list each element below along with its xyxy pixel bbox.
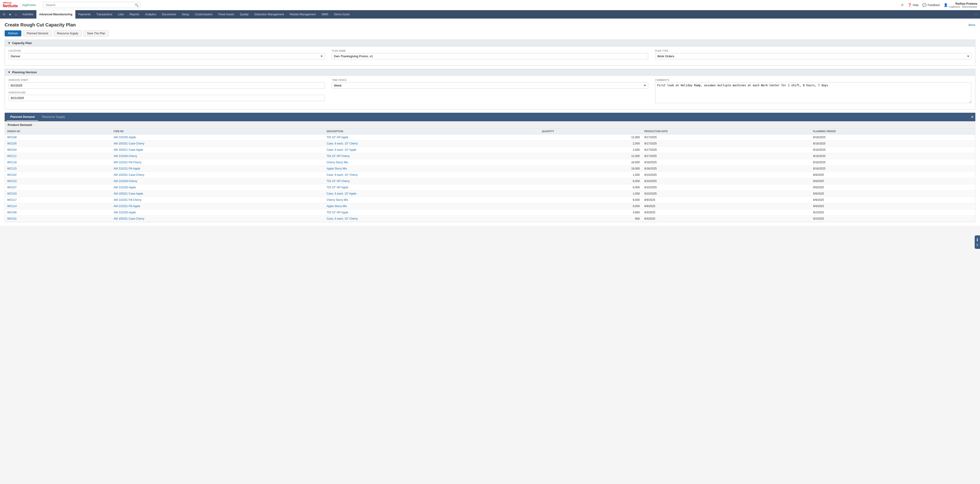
cell-order_no[interactable]: WO114 [5, 203, 111, 209]
tab-planned-demand[interactable]: Planned Demand [6, 113, 38, 121]
cell-item_no[interactable]: AM 210240-Cherry [111, 153, 325, 159]
cell-item_no[interactable]: AM 210230-Apple [111, 185, 325, 191]
nav-item-payments[interactable]: Payments [75, 10, 94, 19]
feedback-link[interactable]: 💬 Feedback [922, 3, 940, 7]
nav-item-demo-assist[interactable]: Demo Assist [331, 10, 353, 19]
cell-order_no[interactable]: WO118 [5, 159, 111, 166]
capacity-plan-header[interactable]: ▼ Capacity Plan [5, 40, 975, 46]
cell-order_no[interactable]: WO111 [5, 153, 111, 159]
cell-order_no[interactable]: WO110 [5, 178, 111, 185]
cell-description[interactable]: Cherry Slurry Mix [324, 159, 539, 166]
cell-item_no[interactable]: AM 100321 Case-Apple [111, 147, 325, 153]
back-button[interactable]: ↺ [901, 3, 904, 7]
nav-more-button[interactable]: ··· [972, 10, 980, 19]
tab-list-icon[interactable]: ≡ [971, 115, 974, 119]
cell-item_no[interactable]: AM 100331 Case-Cherry [111, 216, 325, 222]
cell-order_no[interactable]: WO103 [5, 191, 111, 197]
cell-description[interactable]: TDI 10" HP Cherry [324, 153, 539, 159]
cell-description[interactable]: TDI 10" HP Apple [324, 134, 539, 140]
nav-back-icon[interactable]: ↺ [2, 11, 6, 17]
more-link[interactable]: More [969, 23, 975, 27]
nav-item-wms[interactable]: WMS [319, 10, 331, 19]
cell-item_no[interactable]: AM 210241 Fill-Cherry [111, 197, 325, 203]
planned-demand-button[interactable]: Planned Demand [23, 30, 52, 37]
demand-table: ORDER NOITEM NODESCRIPTIONQUANTITYPRODUC… [5, 129, 975, 222]
cell-description[interactable]: Case, 6 each, 10" Apple [324, 147, 539, 153]
cell-order_no[interactable]: WO108 [5, 134, 111, 140]
product-demand-header: Product Demand · [5, 121, 975, 129]
nav-item-setup[interactable]: Setup [179, 10, 192, 19]
nav-item-fixed-assets[interactable]: Fixed Assets [216, 10, 237, 19]
search-input[interactable] [43, 2, 140, 8]
horizon-end-input[interactable] [9, 95, 325, 101]
plan-name-input[interactable] [332, 53, 648, 59]
cell-description[interactable]: Apple Slurry Mix [324, 203, 539, 209]
cell-item_no[interactable]: AM 100321 Case-Apple [111, 191, 325, 197]
nav-star-icon[interactable]: ★ [8, 11, 13, 17]
cell-description[interactable]: Case, 6 each, 10" Cherry [324, 140, 539, 147]
nav-item-lists[interactable]: Lists [115, 10, 127, 19]
cell-item_no[interactable]: AM 210231 Fill-Apple [111, 166, 325, 172]
cell-production_date: 8/16/2025 [642, 166, 811, 172]
cell-description[interactable]: TDI 10" HP Apple [324, 185, 539, 191]
planning-horizon-header[interactable]: ▼ Planning Horizon [5, 69, 975, 76]
comments-label: COMMENTS [655, 79, 971, 81]
nav-item-transactions[interactable]: Transactions [94, 10, 115, 19]
cell-quantity: 1,000 [539, 172, 642, 178]
cell-item_no[interactable]: AM 100331 Case-Cherry [111, 172, 325, 178]
cell-item_no[interactable]: AM 100331 Case-Cherry [111, 140, 325, 147]
cell-production_date: 8/16/2025 [642, 159, 811, 166]
cell-item_no[interactable]: AM 210240-Cherry [111, 178, 325, 185]
nav-item-reports[interactable]: Reports [127, 10, 142, 19]
plan-name-label: PLAN NAME [332, 49, 648, 52]
col-order_no: ORDER NO [5, 129, 111, 134]
nav-item-quality[interactable]: Quality [237, 10, 251, 19]
cell-quantity: 9,000 [539, 203, 642, 209]
cell-description[interactable]: TDI 10" HP Cherry [324, 178, 539, 185]
cell-description[interactable]: Apple Slurry Mix [324, 166, 539, 172]
cell-order_no[interactable]: WO117 [5, 197, 111, 203]
nav-item-rebate-management[interactable]: Rebate Management [287, 10, 319, 19]
plan-type-select[interactable]: Work Orders [655, 53, 971, 59]
cell-order_no[interactable]: WO107 [5, 185, 111, 191]
cell-order_no[interactable]: WO101 [5, 216, 111, 222]
location-select[interactable]: Denver [9, 53, 325, 59]
nav-item-customization[interactable]: Customization [192, 10, 216, 19]
nav-home-icon[interactable]: ⌂ [14, 11, 18, 17]
nav-item-advanced-manufacturing[interactable]: Advanced Manufacturing [37, 10, 75, 19]
oracle-logo: ORACLE NetSuite [3, 2, 18, 8]
cell-order_no[interactable]: WO102 [5, 172, 111, 178]
user-menu[interactable]: 👤 Raditya Pratama Logiframe · Administra… [943, 2, 977, 8]
cell-description[interactable]: Cherry Slurry Mix [324, 197, 539, 203]
time-fence-select[interactable]: Week [332, 82, 648, 89]
cell-production_date: 8/10/2025 [642, 185, 811, 191]
plan-name-group: PLAN NAME [332, 49, 648, 59]
cell-order_no[interactable]: WO106 [5, 209, 111, 216]
time-fence-label: TIME FENCE [332, 79, 648, 81]
cell-planning_period: 8/9/2025 [811, 203, 975, 209]
cell-description[interactable]: Case, 6 each, 10" Cherry [324, 172, 539, 178]
cell-quantity: 1,000 [539, 191, 642, 197]
tab-resource-supply[interactable]: Resource Supply [38, 113, 68, 121]
cell-item_no[interactable]: AM 210231 Fill-Apple [111, 203, 325, 209]
nav-item-analytics[interactable]: Analytics [142, 10, 159, 19]
cell-order_no[interactable]: WO104 [5, 147, 111, 153]
cell-item_no[interactable]: AM 210241 Fill-Cherry [111, 159, 325, 166]
nav-item-documents[interactable]: Documents [159, 10, 179, 19]
cell-description[interactable]: Case, 6 each, 10" Cherry [324, 216, 539, 222]
horizon-start-input[interactable] [9, 82, 325, 89]
resource-supply-button[interactable]: Resource Supply [54, 30, 82, 37]
nav-item-activities[interactable]: Activities [19, 10, 36, 19]
help-link[interactable]: ❓ Help [907, 3, 918, 7]
cell-description[interactable]: Case, 6 each, 10" Apple [324, 191, 539, 197]
cell-item_no[interactable]: AM 210230-Apple [111, 209, 325, 216]
cell-order_no[interactable]: WO105 [5, 140, 111, 147]
save-plan-button[interactable]: Save The Plan [83, 30, 109, 37]
cell-item_no[interactable]: AM 210230-Apple [111, 134, 325, 140]
nav-item-deduction-management[interactable]: Deduction Management [251, 10, 287, 19]
cell-description[interactable]: TDI 10" HP Apple [324, 209, 539, 216]
cell-order_no[interactable]: WO115 [5, 166, 111, 172]
comments-textarea[interactable]: First look at Holiday Ramp, assumes mult… [655, 82, 971, 103]
refresh-button[interactable]: Refresh [5, 30, 21, 37]
location-group: LOCATION Denver [9, 49, 325, 59]
